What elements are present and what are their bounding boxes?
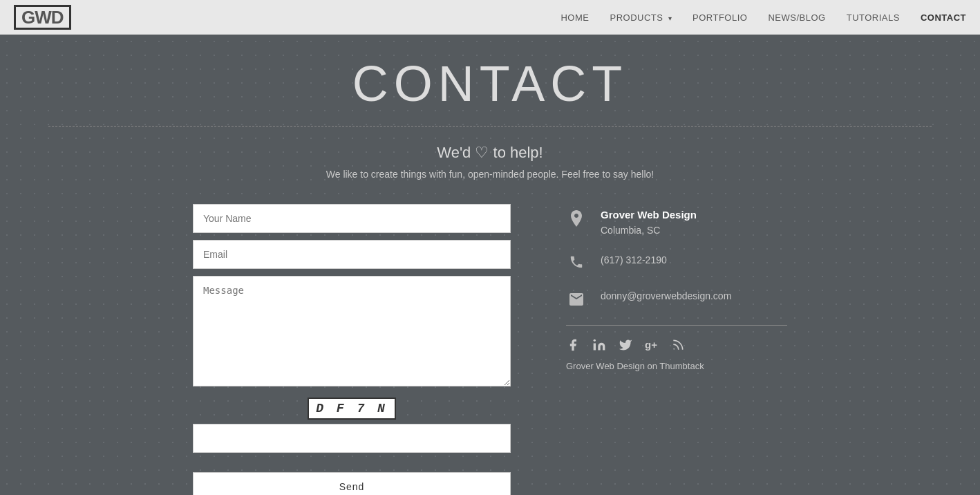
captcha-input[interactable] [193, 424, 511, 453]
name-input[interactable] [193, 204, 511, 233]
subtitle: We'd ♡ to help! [14, 144, 966, 162]
twitter-icon[interactable] [619, 338, 632, 355]
svg-rect-0 [594, 343, 596, 350]
message-input[interactable] [193, 276, 511, 386]
contact-info-panel: Grover Web Design Columbia, SC (617) 312… [566, 204, 787, 495]
nav-item-products[interactable]: PRODUCTS ▾ [610, 11, 672, 24]
nav-menu: HOME PRODUCTS ▾ PORTFOLIO NEWS/BLOG TUTO… [560, 11, 966, 24]
phone-icon [566, 254, 587, 274]
thumbtack-link[interactable]: Grover Web Design on Thumbtack [566, 361, 787, 371]
contact-form: D F 7 N Send [193, 204, 511, 495]
nav-item-contact[interactable]: CONTACT [921, 11, 966, 24]
main-content: CONTACT We'd ♡ to help! We like to creat… [0, 35, 980, 495]
email-address: donny@groverwebdesign.com [601, 289, 731, 303]
company-name: Grover Web Design [601, 207, 697, 223]
logo[interactable]: GWD [14, 5, 71, 30]
phone-number: (617) 312-2190 [601, 253, 667, 268]
subtitle-description: We like to create things with fun, open-… [14, 169, 966, 180]
captcha-container: D F 7 N [193, 398, 511, 460]
send-button[interactable]: Send [193, 472, 511, 495]
email-input[interactable] [193, 240, 511, 269]
phone-text: (617) 312-2190 [601, 253, 667, 268]
info-divider [566, 325, 787, 326]
email-icon [566, 290, 587, 310]
linkedin-icon[interactable] [592, 338, 606, 355]
nav-item-newsblog[interactable]: NEWS/BLOG [768, 11, 825, 24]
page-title: CONTACT [14, 55, 966, 112]
email-text: donny@groverwebdesign.com [601, 289, 731, 303]
chevron-down-icon: ▾ [668, 15, 672, 22]
nav-item-tutorials[interactable]: TUTORIALS [847, 11, 900, 24]
nav-item-portfolio[interactable]: PORTFOLIO [692, 11, 747, 24]
rss-icon[interactable] [671, 338, 685, 355]
googleplus-icon[interactable]: g+ [645, 338, 659, 355]
captcha-image: D F 7 N [308, 398, 396, 420]
facebook-icon[interactable] [566, 338, 580, 355]
svg-text:g+: g+ [645, 339, 657, 351]
contact-body: D F 7 N Send Grover Web Design Columbia,… [110, 204, 870, 495]
social-icons-row: g+ [566, 338, 787, 355]
svg-point-1 [594, 339, 596, 341]
email-row: donny@groverwebdesign.com [566, 289, 787, 310]
address-row: Grover Web Design Columbia, SC [566, 207, 787, 238]
location-icon [566, 209, 587, 232]
svg-point-3 [673, 348, 675, 350]
phone-row: (617) 312-2190 [566, 253, 787, 274]
section-divider [48, 126, 932, 127]
nav-item-home[interactable]: HOME [560, 11, 589, 24]
address-text: Grover Web Design Columbia, SC [601, 207, 697, 238]
company-location: Columbia, SC [601, 223, 697, 238]
